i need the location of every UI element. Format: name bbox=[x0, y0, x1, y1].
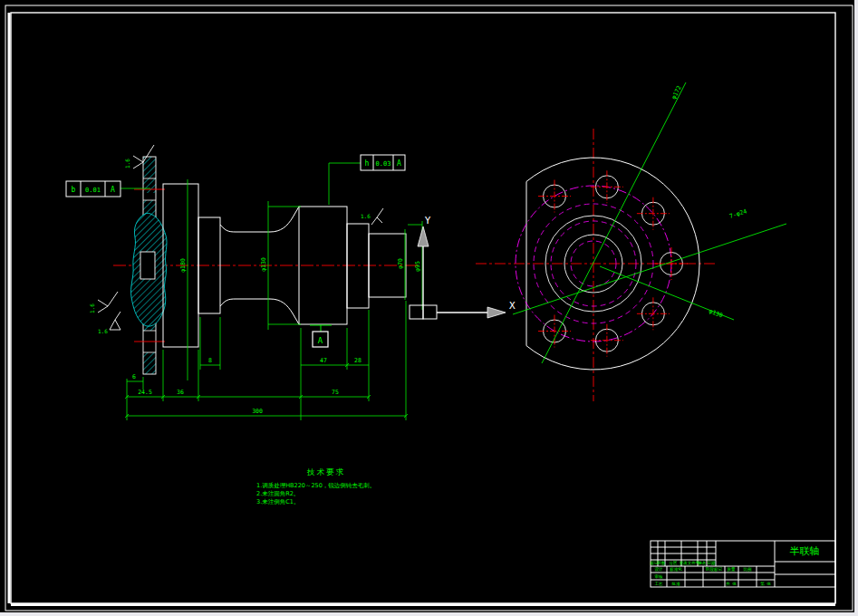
tb-label-qianming: 签名 bbox=[699, 561, 707, 565]
tb-label-shenhe: 审核 bbox=[655, 574, 664, 579]
roughness-value-4: 1.6 bbox=[361, 213, 371, 219]
cad-drawing-canvas[interactable]: 6 24.5 36 8 47 28 75 300 φ180 φ130 φ70 φ… bbox=[0, 0, 858, 616]
tb-label-chushu: 处数 bbox=[658, 560, 667, 565]
tb-label-fenqu: 分区 bbox=[670, 560, 679, 565]
notes-title: 技术要求 bbox=[306, 467, 345, 476]
tb-label-gengai: 更改文件号 bbox=[680, 560, 700, 565]
roughness-value-3: 1.6 bbox=[98, 328, 108, 334]
tb-label-gongzhang: 共 张 bbox=[726, 582, 737, 586]
keyway-bore bbox=[140, 252, 155, 279]
note-item-1: 1.调质处理HB220～250，锐边倒钝去毛刺。 bbox=[256, 482, 375, 489]
note-item-3: 3.未注倒角C1。 bbox=[256, 498, 299, 505]
tb-label-pizhun: 批准 bbox=[671, 582, 681, 586]
roughness-value-1: 1.6 bbox=[124, 159, 130, 168]
roughness-value-2: 1.6 bbox=[89, 303, 95, 313]
tb-label-zhiliang: 质量 bbox=[728, 567, 737, 572]
tb-label-biaozhunhua: 标准化 bbox=[669, 566, 682, 573]
dim-36: 36 bbox=[177, 389, 184, 396]
tb-label-jieduan: 阶段标记 bbox=[706, 566, 723, 573]
dim-dia-70: φ70 bbox=[397, 258, 404, 269]
fcf-top-datum: A bbox=[397, 159, 401, 168]
dim-24-5: 24.5 bbox=[138, 389, 152, 396]
tb-label-gongyi: 工艺 bbox=[655, 581, 664, 586]
cad-window: 6 24.5 36 8 47 28 75 300 φ180 φ130 φ70 φ… bbox=[0, 0, 858, 616]
datum-letter: A bbox=[318, 336, 323, 345]
dim-dia-130: φ130 bbox=[260, 257, 267, 272]
fcf-top-tolerance: 0.03 bbox=[376, 160, 391, 168]
part-name: 半联轴 bbox=[790, 545, 820, 557]
dim-8: 8 bbox=[208, 357, 212, 364]
dim-28: 28 bbox=[354, 357, 362, 364]
dim-overall: 300 bbox=[252, 408, 263, 415]
dim-6: 6 bbox=[132, 373, 136, 380]
window-bottom-edge bbox=[0, 612, 858, 616]
fcf-left-symbol: b bbox=[72, 186, 76, 194]
fcf-left-datum: A bbox=[111, 186, 115, 194]
dim-47: 47 bbox=[320, 357, 327, 364]
ucs-y-label: Y bbox=[425, 215, 431, 226]
note-item-2: 2.未注圆角R2。 bbox=[256, 490, 299, 497]
window-right-edge bbox=[854, 0, 858, 616]
dim-75: 75 bbox=[332, 389, 339, 396]
sheet-background bbox=[0, 0, 858, 616]
dim-dia-95: φ95 bbox=[414, 261, 421, 272]
dim-dia-180: φ180 bbox=[179, 258, 187, 273]
fcf-left-tolerance: 0.01 bbox=[85, 187, 101, 194]
ucs-x-label: X bbox=[509, 300, 516, 312]
tb-label-dizhang: 第 张 bbox=[760, 582, 771, 586]
tb-label-sheji: 设计 bbox=[655, 566, 664, 572]
tb-label-riqi: 日期 bbox=[708, 561, 717, 565]
fcf-top-symbol: h bbox=[365, 159, 370, 168]
